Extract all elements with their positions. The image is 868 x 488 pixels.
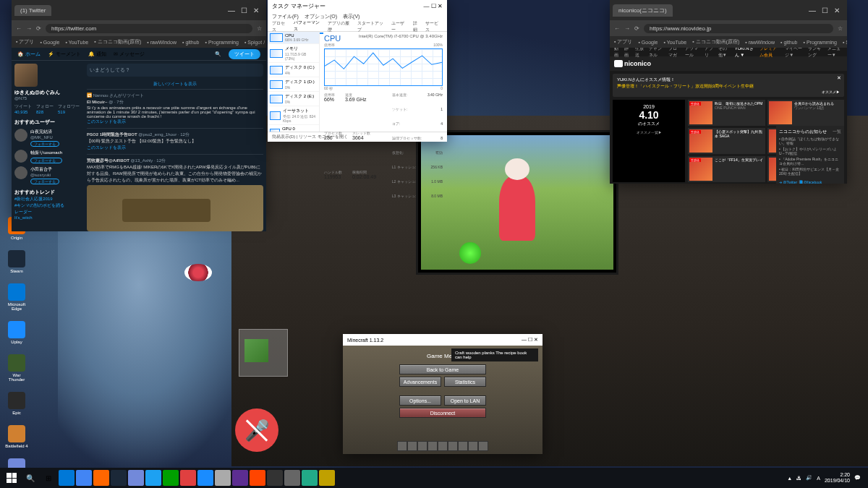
- tab[interactable]: スタートアップ: [357, 20, 387, 33]
- nav-link[interactable]: マイページ▼: [785, 48, 803, 59]
- tweet[interactable]: 🔁 Nannou さんがリツイートEl Micuir~ @ · 7分Si t'y…: [87, 89, 263, 128]
- ime-icon[interactable]: A: [817, 476, 820, 481]
- nav-link[interactable]: ブロマガ: [668, 48, 681, 59]
- start-button[interactable]: [3, 469, 20, 487]
- maximize-button[interactable]: ☐: [528, 337, 532, 342]
- bookmark-item[interactable]: ▪ Programming: [803, 40, 836, 45]
- reload-icon[interactable]: ⟳: [36, 25, 41, 32]
- close-button[interactable]: ✕: [438, 3, 443, 9]
- desktop-icon[interactable]: Epic: [4, 392, 29, 415]
- suggested-user[interactable]: 白夜完結済@MK_NFUフォローする: [14, 129, 81, 147]
- nav-link[interactable]: ランキング: [808, 48, 823, 59]
- bookmark-item[interactable]: ▪ YouTube: [663, 40, 686, 45]
- taskbar-app[interactable]: [284, 470, 300, 486]
- bookmark-item[interactable]: ▪ Programming: [205, 40, 238, 45]
- bookmark-item[interactable]: ▪ アプリ: [614, 38, 632, 46]
- bookmark-item[interactable]: ▪ アプリ: [16, 38, 34, 46]
- notification-icon[interactable]: 💬: [854, 475, 861, 481]
- taskbar-app[interactable]: [215, 470, 231, 486]
- perf-category[interactable]: GPU 0Intel(R) HD Graphics 530 6%: [268, 125, 319, 132]
- hotbar-slot[interactable]: [478, 441, 488, 451]
- taskbar-app[interactable]: [128, 470, 144, 486]
- browser-tab[interactable]: (1) Twitter: [14, 5, 51, 16]
- clock[interactable]: 2:202019/04/10: [825, 472, 850, 483]
- hotbar-slot[interactable]: [407, 441, 417, 451]
- bookmark-item[interactable]: ▪ YouTube: [65, 40, 88, 45]
- bookmark-item[interactable]: ▪ Spigot / CraftBukkit...: [843, 40, 847, 45]
- perf-category[interactable]: メモリ11.7/15.9 GB (73%): [268, 44, 319, 63]
- minimize-button[interactable]: —: [424, 3, 430, 9]
- tab[interactable]: プロセス: [272, 20, 289, 33]
- taskbar-app[interactable]: [145, 470, 161, 486]
- video-card[interactable]: 会員ロから読み込まれるワンパンマン 13話: [767, 100, 845, 126]
- taskbar-app[interactable]: [93, 470, 109, 486]
- hotbar-slot[interactable]: [438, 441, 448, 451]
- browser-tab[interactable]: niconico(ニコニコ): [613, 4, 673, 17]
- close-button[interactable]: ✕: [834, 7, 840, 14]
- trend-item[interactable]: It's_witch: [14, 215, 81, 220]
- forward-icon[interactable]: →: [26, 25, 32, 32]
- perf-category[interactable]: ディスク 2 (E:)0%: [268, 92, 319, 106]
- star-icon[interactable]: ☆: [257, 25, 262, 32]
- trend-item[interactable]: #新社会人応援2019: [14, 196, 81, 202]
- bookmark-item[interactable]: ▪ Spigot / CraftBukkit...: [244, 40, 266, 45]
- taskbar-app[interactable]: [180, 470, 196, 486]
- tweet[interactable]: PSO2 1時間緊急予告BOT @pso2_emg_1hour · 12分【00…: [87, 128, 263, 154]
- video-card[interactable]: 生放送ここが「FF14」生実況プレイ: [688, 156, 765, 182]
- minimize-button[interactable]: —: [228, 7, 235, 14]
- tray-overflow-icon[interactable]: ▲: [787, 476, 792, 481]
- perf-category[interactable]: CPU66% 3.69 GHz: [268, 32, 319, 44]
- url-input[interactable]: https://www.nicovideo.jp: [644, 24, 833, 33]
- hotbar-slot[interactable]: [448, 441, 458, 451]
- bookmark-item[interactable]: ▪ ニコニコ動画(原宿): [692, 38, 739, 46]
- nav-link[interactable]: チャンネル: [649, 48, 664, 59]
- bookmark-item[interactable]: ▪ github: [182, 40, 200, 45]
- close-button[interactable]: ✕: [534, 337, 538, 342]
- minimize-button[interactable]: —: [522, 337, 527, 342]
- tweet[interactable]: 荒牧慶彦号@AiRBOT @13_Ashly · 12分MAX効率でRMGをBA…: [87, 154, 263, 231]
- hotbar-slot[interactable]: [397, 441, 407, 451]
- mic-mute-icon[interactable]: 🎤: [235, 408, 278, 452]
- trend-item[interactable]: #キンマの獣のポピを踊る: [14, 202, 81, 209]
- desktop-icon[interactable]: Microsoft Edge: [4, 283, 29, 311]
- perf-category[interactable]: ディスク 1 (D:)0%: [268, 77, 319, 92]
- niconico-logo[interactable]: niconico: [614, 60, 651, 67]
- close-icon[interactable]: ✕: [837, 75, 841, 81]
- search-icon[interactable]: 🔍: [215, 51, 221, 57]
- desktop-icon[interactable]: War Thunder: [4, 354, 29, 382]
- back-to-game-button[interactable]: Back to Game: [399, 364, 486, 374]
- avatar[interactable]: [14, 64, 38, 87]
- show-new-tweets[interactable]: 新しいツイートを表示: [87, 80, 263, 89]
- maximize-button[interactable]: ☐: [241, 7, 247, 14]
- nav-link[interactable]: その他▼: [718, 48, 731, 59]
- desktop-icon[interactable]: Battlefield 4: [4, 425, 29, 448]
- bookmark-item[interactable]: ▪ github: [780, 40, 798, 45]
- tab[interactable]: 詳細: [413, 20, 422, 33]
- desktop-icon[interactable]: Steam: [4, 250, 29, 273]
- taskbar-app[interactable]: [197, 470, 213, 486]
- nav-link[interactable]: 生放送: [635, 48, 644, 59]
- menu-item[interactable]: 表示(V): [343, 13, 359, 20]
- perf-category[interactable]: イーサネット受信: 24.0 送信: 824 Kbps: [268, 106, 319, 125]
- nav-link[interactable]: アツマール: [685, 48, 700, 59]
- suggested-user[interactable]: 軸振りtoxomachフォローする: [14, 150, 81, 163]
- maximize-button[interactable]: ☐: [431, 3, 436, 9]
- hotbar-slot[interactable]: [458, 441, 468, 451]
- nav-link[interactable]: アプリ: [705, 48, 714, 59]
- taskbar-app[interactable]: [267, 470, 283, 486]
- search-icon[interactable]: 🔍: [22, 470, 38, 486]
- nav-link[interactable]: 静画: [624, 48, 630, 59]
- bookmark-item[interactable]: ▪ Google: [638, 40, 658, 45]
- compose-tweet[interactable]: いまどうしてる？: [87, 64, 263, 77]
- trend-item[interactable]: レーダー: [14, 209, 81, 215]
- taskbar-app[interactable]: [163, 470, 179, 486]
- taskbar-app[interactable]: [76, 470, 92, 486]
- taskbar-app[interactable]: [250, 470, 265, 486]
- minimize-button[interactable]: —: [809, 7, 816, 14]
- back-icon[interactable]: ←: [16, 25, 22, 32]
- url-input[interactable]: https://twitter.com: [46, 24, 252, 33]
- taskbar-app[interactable]: [111, 470, 127, 486]
- taskbar-app[interactable]: [302, 470, 318, 486]
- open-lan-button[interactable]: Open to LAN: [444, 395, 486, 406]
- profile-name[interactable]: ゆきえぬ@めぐみん: [14, 89, 81, 96]
